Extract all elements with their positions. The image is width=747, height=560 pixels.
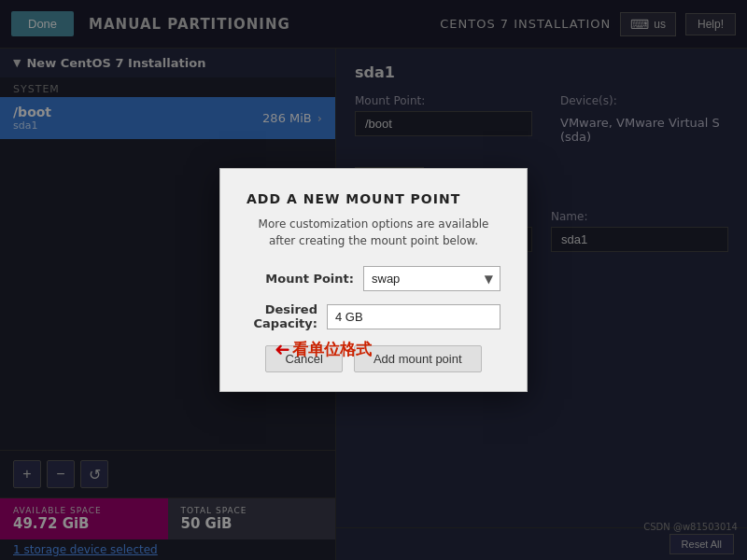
modal-mount-point-label: Mount Point: — [247, 272, 354, 286]
add-mount-point-modal: ADD A NEW MOUNT POINT More customization… — [219, 168, 528, 392]
modal-overlay: ADD A NEW MOUNT POINT More customization… — [0, 0, 747, 560]
modal-mount-point-wrapper: swap / /boot /home /var /tmp ▼ — [363, 266, 500, 291]
modal-title: ADD A NEW MOUNT POINT — [247, 191, 500, 206]
modal-description: More customization options are available… — [247, 216, 500, 249]
modal-buttons: Cancel Add mount point — [247, 345, 500, 372]
add-mount-point-button[interactable]: Add mount point — [354, 345, 482, 372]
cancel-button[interactable]: Cancel — [265, 345, 342, 372]
modal-mount-point-row: Mount Point: swap / /boot /home /var /tm… — [247, 266, 500, 291]
modal-capacity-input[interactable] — [327, 304, 500, 329]
modal-mount-point-select[interactable]: swap / /boot /home /var /tmp — [363, 266, 500, 291]
modal-capacity-label: Desired Capacity: — [247, 302, 317, 330]
modal-capacity-row: Desired Capacity: ➜ 看单位格式 — [247, 302, 500, 330]
